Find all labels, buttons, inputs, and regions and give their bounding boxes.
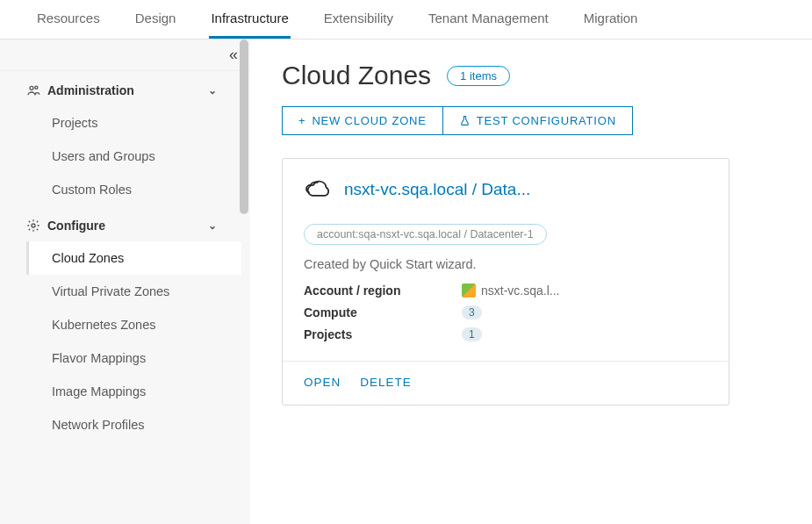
cloud-icon xyxy=(304,178,334,201)
gear-icon xyxy=(26,219,40,233)
chevron-down-icon: ⌄ xyxy=(208,84,217,97)
users-icon xyxy=(26,83,40,97)
collapse-icon[interactable]: « xyxy=(229,46,234,64)
action-bar: + NEW CLOUD ZONE TEST CONFIGURATION xyxy=(282,106,633,135)
item-count-badge: 1 items xyxy=(447,66,510,86)
top-tab-bar: Resources Design Infrastructure Extensib… xyxy=(0,0,812,39)
tab-migration[interactable]: Migration xyxy=(582,11,640,39)
page-title: Cloud Zones xyxy=(282,61,431,90)
button-label: NEW CLOUD ZONE xyxy=(312,114,426,127)
card-description: Created by Quick Start wizard. xyxy=(304,257,708,271)
button-label: TEST CONFIGURATION xyxy=(477,114,616,127)
plus-icon: + xyxy=(298,114,305,127)
test-configuration-button[interactable]: TEST CONFIGURATION xyxy=(442,107,632,134)
value-projects: 1 xyxy=(462,327,482,341)
new-cloud-zone-button[interactable]: + NEW CLOUD ZONE xyxy=(283,107,442,134)
sidebar-scrollbar[interactable] xyxy=(240,39,248,214)
tab-design[interactable]: Design xyxy=(133,11,178,39)
sidebar-item-kubernetes-zones[interactable]: Kubernetes Zones xyxy=(26,308,241,341)
sidebar-item-projects[interactable]: Projects xyxy=(26,106,241,140)
delete-button[interactable]: DELETE xyxy=(360,376,412,389)
sidebar-item-virtual-private-zones[interactable]: Virtual Private Zones xyxy=(26,275,241,308)
open-button[interactable]: OPEN xyxy=(304,376,341,389)
label-account-region: Account / region xyxy=(304,284,462,298)
sidebar-item-network-profiles[interactable]: Network Profiles xyxy=(26,408,241,441)
cloud-zone-card: nsxt-vc.sqa.local / Data... account:sqa-… xyxy=(282,158,729,406)
flask-icon xyxy=(459,115,471,126)
row-account-region: Account / region nsxt-vc.sqa.l... xyxy=(304,284,708,298)
sidebar-item-image-mappings[interactable]: Image Mappings xyxy=(26,375,241,408)
value-compute: 3 xyxy=(462,305,482,319)
row-projects: Projects 1 xyxy=(304,327,708,341)
sidebar-section-administration[interactable]: Administration ⌄ xyxy=(26,71,241,106)
row-compute: Compute 3 xyxy=(304,305,708,319)
value-account-region: nsxt-vc.sqa.l... xyxy=(481,284,559,298)
tab-extensibility[interactable]: Extensibility xyxy=(322,11,395,39)
tab-infrastructure[interactable]: Infrastructure xyxy=(209,11,290,39)
sidebar-item-flavor-mappings[interactable]: Flavor Mappings xyxy=(26,341,241,375)
svg-point-1 xyxy=(35,86,38,89)
label-compute: Compute xyxy=(304,305,462,319)
section-label: Configure xyxy=(47,219,105,233)
card-title[interactable]: nsxt-vc.sqa.local / Data... xyxy=(344,180,530,199)
sidebar-item-custom-roles[interactable]: Custom Roles xyxy=(26,173,241,206)
svg-point-0 xyxy=(30,86,33,90)
sidebar-item-users-groups[interactable]: Users and Groups xyxy=(26,140,241,173)
section-label: Administration xyxy=(47,83,134,97)
tab-resources[interactable]: Resources xyxy=(35,11,102,39)
sidebar-item-cloud-zones[interactable]: Cloud Zones xyxy=(26,241,241,275)
main-content: Cloud Zones 1 items + NEW CLOUD ZONE TES… xyxy=(250,39,812,524)
chevron-down-icon: ⌄ xyxy=(208,219,217,232)
sidebar-section-configure[interactable]: Configure ⌄ xyxy=(26,206,241,241)
account-tag: account:sqa-nsxt-vc.sqa.local / Datacent… xyxy=(304,224,547,245)
sidebar-collapse-bar: « xyxy=(0,39,250,71)
label-projects: Projects xyxy=(304,327,462,341)
tab-tenant-management[interactable]: Tenant Management xyxy=(427,11,550,39)
svg-point-2 xyxy=(32,224,35,227)
sidebar: « Administration ⌄ Projects Users and Gr… xyxy=(0,39,250,524)
vsphere-icon xyxy=(462,284,476,298)
